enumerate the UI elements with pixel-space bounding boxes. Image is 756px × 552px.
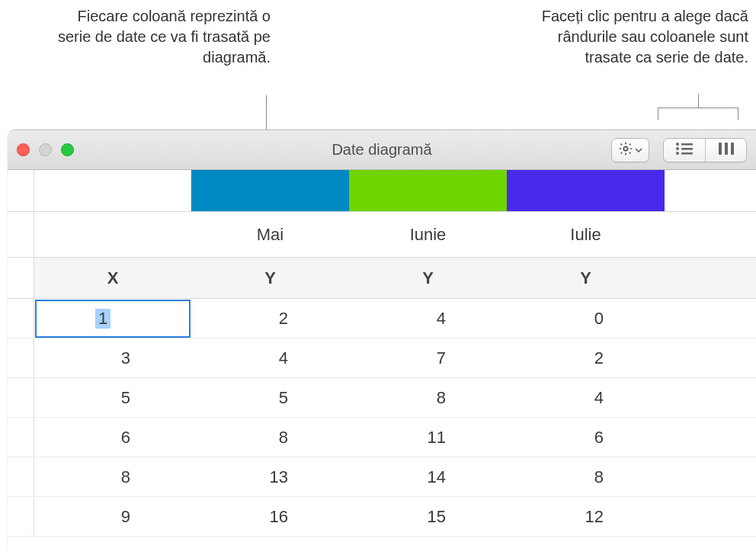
series-orientation-segment: [663, 138, 747, 162]
cell[interactable]: 8: [34, 467, 191, 487]
minimize-button: [39, 143, 52, 156]
series-color-3[interactable]: [507, 170, 665, 212]
axis-y-label: Y: [349, 268, 507, 288]
cell[interactable]: 15: [349, 507, 507, 527]
cell[interactable]: 2: [191, 309, 349, 329]
cell[interactable]: 8: [349, 388, 507, 408]
cell[interactable]: 7: [349, 348, 507, 368]
axis-y-label: Y: [191, 268, 349, 288]
window-controls: [17, 143, 74, 156]
column-header[interactable]: Mai: [191, 225, 349, 245]
cell[interactable]: 9: [34, 507, 191, 527]
window-titlebar: Date diagramă: [8, 130, 756, 170]
settings-menu-button[interactable]: [611, 138, 649, 162]
plot-rows-button[interactable]: [664, 139, 705, 162]
row-header[interactable]: [8, 299, 34, 338]
svg-rect-6: [681, 152, 693, 155]
data-table[interactable]: Mai Iunie Iulie X Y Y Y 2 4 0 3 4 7: [8, 170, 756, 537]
zoom-button[interactable]: [61, 143, 74, 156]
axis-y-label: Y: [507, 268, 665, 288]
selected-cell-value[interactable]: 1: [95, 309, 111, 329]
table-row: 2 4 0: [8, 299, 756, 339]
svg-point-1: [676, 143, 679, 146]
column-name-row: Mai Iunie Iulie: [8, 212, 756, 258]
cell[interactable]: 4: [191, 348, 349, 368]
table-row: 3 4 7 2: [8, 339, 756, 378]
svg-rect-7: [719, 143, 722, 155]
svg-point-0: [623, 146, 627, 150]
cell[interactable]: 11: [349, 428, 507, 448]
row-header[interactable]: [8, 497, 34, 536]
callout-leader-right: [652, 98, 745, 128]
cell[interactable]: 16: [191, 507, 349, 527]
row-header[interactable]: [8, 418, 34, 457]
cell[interactable]: 5: [34, 388, 191, 408]
column-header[interactable]: Iunie: [349, 225, 507, 245]
table-row: 9 16 15 12: [8, 497, 756, 537]
cell[interactable]: 4: [349, 309, 507, 329]
cell[interactable]: 12: [507, 507, 665, 527]
gear-icon: [618, 141, 633, 159]
row-header[interactable]: [8, 378, 34, 417]
svg-rect-9: [731, 143, 734, 155]
table-row: 6 8 11 6: [8, 418, 756, 457]
column-header[interactable]: Iulie: [507, 225, 665, 245]
svg-rect-4: [681, 148, 693, 150]
series-color-row: [8, 170, 756, 212]
svg-point-5: [676, 152, 679, 155]
cell[interactable]: 8: [507, 467, 665, 487]
chevron-down-icon: [635, 143, 642, 157]
row-header[interactable]: [8, 339, 34, 377]
columns-icon: [716, 142, 736, 159]
cell[interactable]: 6: [34, 428, 191, 448]
cell[interactable]: 14: [349, 467, 507, 487]
cell[interactable]: 4: [507, 388, 665, 408]
callouts: Fiecare coloană reprezintă o serie de da…: [0, 0, 756, 118]
cell[interactable]: 3: [34, 348, 191, 368]
svg-rect-2: [681, 143, 693, 146]
series-color-2[interactable]: [349, 170, 507, 212]
callout-left: Fiecare coloană reprezintă o serie de da…: [42, 6, 271, 68]
rows-icon: [674, 142, 694, 159]
cell[interactable]: 13: [191, 467, 349, 487]
close-button[interactable]: [17, 143, 30, 156]
row-header-gutter: [8, 170, 34, 212]
svg-rect-8: [725, 143, 728, 155]
cell[interactable]: 8: [191, 428, 349, 448]
cell[interactable]: 2: [507, 348, 665, 368]
cell[interactable]: 0: [507, 309, 665, 329]
axis-x-label: X: [34, 268, 191, 288]
cell[interactable]: 5: [191, 388, 349, 408]
cell[interactable]: 6: [507, 428, 665, 448]
chart-data-window: Date diagramă: [8, 130, 756, 552]
svg-point-3: [676, 147, 679, 150]
color-filler: [34, 170, 191, 212]
axis-label-row: X Y Y Y: [8, 258, 756, 299]
callout-right: Faceți clic pentru a alege dacă rânduril…: [512, 6, 748, 68]
table-row: 5 5 8 4: [8, 378, 756, 418]
table-row: 8 13 14 8: [8, 457, 756, 497]
series-color-1[interactable]: [191, 170, 349, 212]
plot-columns-button[interactable]: [705, 139, 746, 162]
row-header[interactable]: [8, 457, 34, 496]
